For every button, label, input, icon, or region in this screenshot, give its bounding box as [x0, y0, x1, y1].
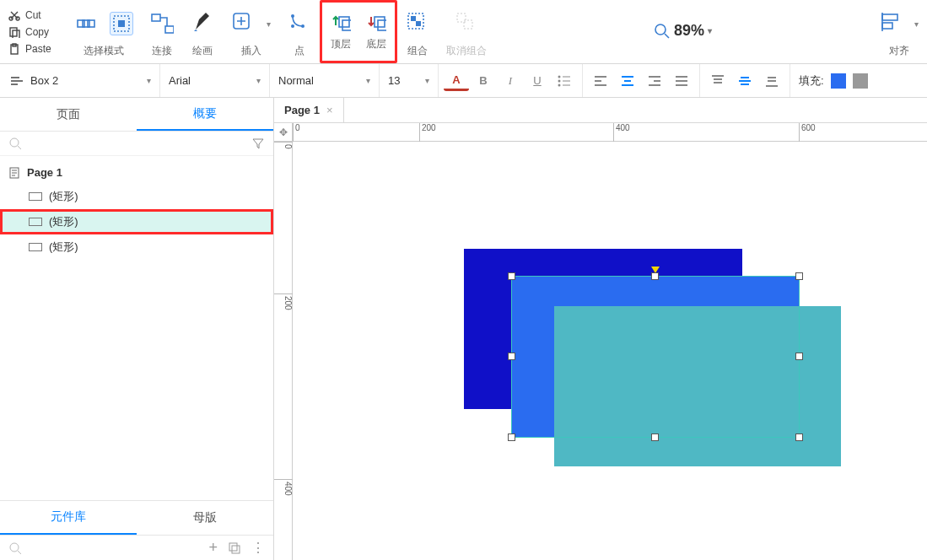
chevron-down-icon: ▾: [425, 76, 429, 85]
shape-select[interactable]: Box 2 ▾: [0, 64, 160, 97]
rect-icon: [29, 243, 42, 251]
insert-icon[interactable]: [231, 12, 255, 35]
cut-icon: [8, 9, 20, 21]
fill-label: 填充:: [799, 73, 824, 89]
insert-caret: ▾: [267, 19, 271, 29]
shape-rect-3[interactable]: [554, 306, 841, 466]
page-tab[interactable]: Page 1 ×: [274, 98, 344, 122]
select-intersect-icon[interactable]: [74, 12, 98, 35]
chevron-down-icon: ▾: [256, 76, 261, 85]
zoom-value: 89%: [674, 22, 704, 40]
tree-rect-1[interactable]: (矩形): [0, 184, 273, 209]
underline-button[interactable]: U: [525, 69, 550, 93]
copy-icon: [8, 26, 20, 38]
text-color-button[interactable]: A: [444, 71, 469, 91]
align-icon[interactable]: [879, 12, 903, 35]
align-justify-button[interactable]: [669, 69, 694, 93]
bottom-layer-label: 底层: [366, 37, 386, 51]
ungroup-icon: [455, 12, 478, 35]
svg-point-15: [291, 24, 294, 28]
page-name: Page 1: [27, 166, 62, 179]
align-right-button[interactable]: [642, 69, 667, 93]
ruler-horizontal[interactable]: 0 200 400 600: [293, 123, 927, 142]
canvas-stage[interactable]: [293, 142, 927, 560]
copy-button[interactable]: Copy: [5, 24, 61, 40]
shape-select-value: Box 2: [30, 74, 142, 87]
valign-middle-button[interactable]: [732, 69, 757, 93]
paste-button[interactable]: Paste: [5, 41, 61, 57]
connect-label: 连接: [152, 44, 172, 58]
size-select[interactable]: 13 ▾: [380, 64, 439, 97]
tab-master[interactable]: 母版: [137, 501, 273, 535]
font-value: Arial: [169, 74, 251, 87]
zoom-caret[interactable]: ▾: [708, 26, 712, 35]
point-label: 点: [294, 44, 305, 58]
svg-rect-19: [375, 17, 385, 27]
svg-rect-28: [882, 23, 892, 29]
svg-rect-36: [232, 546, 240, 553]
align-label: 对齐: [889, 44, 909, 58]
ruler-vertical[interactable]: 0 200 400: [274, 142, 293, 560]
svg-rect-2: [10, 28, 17, 36]
search-icon: [8, 137, 22, 150]
pen-icon[interactable]: [191, 12, 214, 35]
zoom-control[interactable]: 89% ▾: [654, 22, 712, 40]
cut-button[interactable]: Cut: [5, 8, 61, 23]
outline-search-input[interactable]: [29, 137, 245, 150]
close-icon[interactable]: ×: [326, 104, 333, 116]
select-mode-label: 选择模式: [84, 44, 124, 58]
chevron-down-icon: ▾: [147, 76, 151, 85]
svg-rect-22: [411, 16, 416, 21]
more-icon[interactable]: ⋮: [251, 540, 265, 556]
add-icon[interactable]: +: [208, 539, 218, 557]
tab-pages[interactable]: 页面: [0, 98, 137, 131]
svg-rect-35: [229, 543, 237, 551]
bring-front-icon[interactable]: [329, 12, 353, 35]
align-center-button[interactable]: [615, 69, 640, 93]
italic-button[interactable]: I: [498, 69, 523, 93]
align-left-button[interactable]: [588, 69, 613, 93]
bold-button[interactable]: B: [471, 69, 496, 93]
svg-rect-8: [88, 20, 94, 27]
svg-point-32: [10, 138, 19, 147]
valign-top-button[interactable]: [705, 69, 730, 93]
group-icon[interactable]: [406, 12, 429, 35]
rect-label: (矩形): [49, 240, 78, 255]
rect-icon: [29, 218, 42, 226]
font-select[interactable]: Arial ▾: [160, 64, 270, 97]
connect-icon[interactable]: [150, 12, 174, 35]
weight-select[interactable]: Normal ▾: [270, 64, 380, 97]
ruler-tick: 200: [419, 123, 436, 142]
ruler-tick: 400: [274, 479, 293, 496]
tree-rect-2[interactable]: (矩形): [0, 209, 273, 234]
filter-icon[interactable]: [251, 137, 265, 150]
paste-icon: [8, 43, 20, 55]
tab-library[interactable]: 元件库: [0, 501, 137, 535]
point-icon[interactable]: [288, 12, 311, 35]
insert-label: 插入: [241, 44, 261, 58]
group-label: 组合: [407, 44, 428, 58]
bullets-button[interactable]: [552, 69, 577, 93]
paste-label: Paste: [25, 43, 51, 55]
duplicate-icon[interactable]: [228, 541, 241, 555]
ruler-origin[interactable]: ✥: [274, 123, 293, 142]
svg-rect-10: [118, 20, 125, 27]
svg-rect-23: [416, 21, 421, 26]
tree-page-node[interactable]: Page 1: [0, 161, 273, 184]
size-value: 13: [388, 74, 420, 87]
ruler-tick: 0: [274, 142, 293, 149]
tree-rect-3[interactable]: (矩形): [0, 234, 273, 260]
ruler-tick: 0: [293, 123, 300, 142]
valign-bottom-button[interactable]: [759, 69, 784, 93]
fill-secondary-swatch[interactable]: [853, 73, 868, 89]
layer-group-highlight: 顶层 底层: [320, 0, 397, 63]
rect-icon: [29, 192, 42, 201]
weight-value: Normal: [278, 74, 361, 87]
svg-point-30: [558, 79, 561, 82]
tab-outline[interactable]: 概要: [137, 98, 273, 131]
fill-color-swatch[interactable]: [831, 73, 846, 89]
page-icon: [8, 167, 20, 179]
send-back-icon[interactable]: [364, 12, 388, 35]
select-contained-icon[interactable]: [110, 12, 133, 35]
chevron-down-icon: ▾: [366, 76, 370, 85]
